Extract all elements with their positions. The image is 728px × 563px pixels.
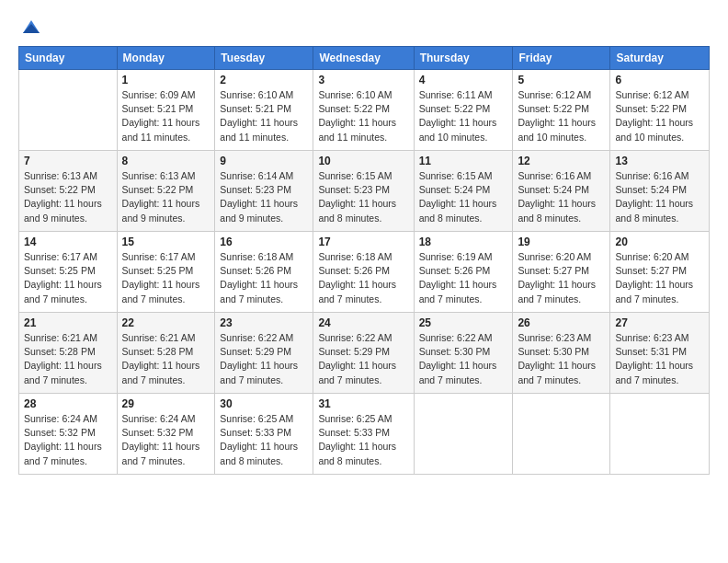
day-info: Sunrise: 6:25 AMSunset: 5:33 PMDaylight:… bbox=[220, 412, 308, 468]
day-number: 17 bbox=[318, 236, 408, 248]
day-number: 1 bbox=[122, 74, 210, 86]
page: SundayMondayTuesdayWednesdayThursdayFrid… bbox=[0, 0, 728, 563]
day-number: 9 bbox=[220, 155, 308, 167]
calendar-week-row: 28Sunrise: 6:24 AMSunset: 5:32 PMDayligh… bbox=[19, 394, 710, 475]
day-info: Sunrise: 6:16 AMSunset: 5:24 PMDaylight:… bbox=[518, 169, 605, 225]
day-number: 6 bbox=[615, 74, 704, 86]
calendar-cell: 8Sunrise: 6:13 AMSunset: 5:22 PMDaylight… bbox=[117, 151, 215, 232]
day-info: Sunrise: 6:11 AMSunset: 5:22 PMDaylight:… bbox=[419, 88, 508, 144]
day-number: 14 bbox=[24, 236, 112, 248]
day-number: 27 bbox=[615, 316, 704, 329]
day-info: Sunrise: 6:22 AMSunset: 5:29 PMDaylight:… bbox=[220, 331, 308, 387]
calendar-week-row: 21Sunrise: 6:21 AMSunset: 5:28 PMDayligh… bbox=[19, 313, 710, 394]
day-of-week-header: Saturday bbox=[610, 47, 710, 70]
calendar-cell: 26Sunrise: 6:23 AMSunset: 5:30 PMDayligh… bbox=[513, 313, 610, 394]
calendar-cell: 15Sunrise: 6:17 AMSunset: 5:25 PMDayligh… bbox=[117, 232, 215, 313]
day-number: 31 bbox=[318, 397, 408, 410]
header bbox=[18, 17, 710, 37]
calendar: SundayMondayTuesdayWednesdayThursdayFrid… bbox=[18, 46, 710, 475]
day-of-week-header: Tuesday bbox=[215, 47, 313, 70]
day-number: 20 bbox=[615, 236, 704, 248]
day-info: Sunrise: 6:22 AMSunset: 5:29 PMDaylight:… bbox=[318, 331, 408, 387]
day-info: Sunrise: 6:13 AMSunset: 5:22 PMDaylight:… bbox=[122, 169, 210, 225]
day-info: Sunrise: 6:15 AMSunset: 5:24 PMDaylight:… bbox=[419, 169, 508, 225]
calendar-cell bbox=[513, 394, 610, 475]
calendar-cell: 22Sunrise: 6:21 AMSunset: 5:28 PMDayligh… bbox=[117, 313, 215, 394]
calendar-week-row: 14Sunrise: 6:17 AMSunset: 5:25 PMDayligh… bbox=[19, 232, 710, 313]
calendar-cell: 21Sunrise: 6:21 AMSunset: 5:28 PMDayligh… bbox=[19, 313, 118, 394]
day-number: 18 bbox=[419, 236, 508, 248]
calendar-cell: 4Sunrise: 6:11 AMSunset: 5:22 PMDaylight… bbox=[414, 70, 513, 151]
calendar-cell: 12Sunrise: 6:16 AMSunset: 5:24 PMDayligh… bbox=[513, 151, 610, 232]
calendar-cell: 1Sunrise: 6:09 AMSunset: 5:21 PMDaylight… bbox=[117, 70, 215, 151]
calendar-cell: 23Sunrise: 6:22 AMSunset: 5:29 PMDayligh… bbox=[215, 313, 313, 394]
day-number: 10 bbox=[318, 155, 408, 167]
day-number: 13 bbox=[615, 155, 704, 167]
day-info: Sunrise: 6:09 AMSunset: 5:21 PMDaylight:… bbox=[122, 88, 210, 144]
day-info: Sunrise: 6:12 AMSunset: 5:22 PMDaylight:… bbox=[518, 88, 605, 144]
calendar-week-row: 1Sunrise: 6:09 AMSunset: 5:21 PMDaylight… bbox=[19, 70, 710, 151]
day-number: 30 bbox=[220, 397, 308, 410]
day-number: 28 bbox=[24, 397, 112, 410]
day-number: 19 bbox=[518, 236, 605, 248]
calendar-cell: 18Sunrise: 6:19 AMSunset: 5:26 PMDayligh… bbox=[414, 232, 513, 313]
day-info: Sunrise: 6:15 AMSunset: 5:23 PMDaylight:… bbox=[318, 169, 408, 225]
day-number: 29 bbox=[122, 397, 210, 410]
calendar-cell: 5Sunrise: 6:12 AMSunset: 5:22 PMDaylight… bbox=[513, 70, 610, 151]
day-number: 12 bbox=[518, 155, 605, 167]
day-info: Sunrise: 6:10 AMSunset: 5:21 PMDaylight:… bbox=[220, 88, 308, 144]
day-info: Sunrise: 6:18 AMSunset: 5:26 PMDaylight:… bbox=[220, 250, 308, 306]
day-of-week-header: Thursday bbox=[414, 47, 513, 70]
day-number: 3 bbox=[318, 74, 408, 86]
day-of-week-header: Monday bbox=[117, 47, 215, 70]
day-info: Sunrise: 6:25 AMSunset: 5:33 PMDaylight:… bbox=[318, 412, 408, 468]
day-info: Sunrise: 6:20 AMSunset: 5:27 PMDaylight:… bbox=[518, 250, 605, 306]
day-number: 23 bbox=[220, 316, 308, 329]
calendar-cell: 19Sunrise: 6:20 AMSunset: 5:27 PMDayligh… bbox=[513, 232, 610, 313]
day-of-week-header: Wednesday bbox=[313, 47, 414, 70]
day-number: 5 bbox=[518, 74, 605, 86]
day-info: Sunrise: 6:10 AMSunset: 5:22 PMDaylight:… bbox=[318, 88, 408, 144]
calendar-cell bbox=[414, 394, 513, 475]
calendar-cell: 10Sunrise: 6:15 AMSunset: 5:23 PMDayligh… bbox=[313, 151, 414, 232]
day-info: Sunrise: 6:24 AMSunset: 5:32 PMDaylight:… bbox=[24, 412, 112, 468]
calendar-cell: 20Sunrise: 6:20 AMSunset: 5:27 PMDayligh… bbox=[610, 232, 710, 313]
day-info: Sunrise: 6:14 AMSunset: 5:23 PMDaylight:… bbox=[220, 169, 308, 225]
calendar-cell: 28Sunrise: 6:24 AMSunset: 5:32 PMDayligh… bbox=[19, 394, 118, 475]
calendar-cell bbox=[610, 394, 710, 475]
day-info: Sunrise: 6:23 AMSunset: 5:30 PMDaylight:… bbox=[518, 331, 605, 387]
calendar-header-row: SundayMondayTuesdayWednesdayThursdayFrid… bbox=[19, 47, 710, 70]
calendar-cell bbox=[19, 70, 118, 151]
day-info: Sunrise: 6:18 AMSunset: 5:26 PMDaylight:… bbox=[318, 250, 408, 306]
day-info: Sunrise: 6:24 AMSunset: 5:32 PMDaylight:… bbox=[122, 412, 210, 468]
calendar-cell: 17Sunrise: 6:18 AMSunset: 5:26 PMDayligh… bbox=[313, 232, 414, 313]
calendar-cell: 13Sunrise: 6:16 AMSunset: 5:24 PMDayligh… bbox=[610, 151, 710, 232]
day-info: Sunrise: 6:17 AMSunset: 5:25 PMDaylight:… bbox=[122, 250, 210, 306]
calendar-cell: 27Sunrise: 6:23 AMSunset: 5:31 PMDayligh… bbox=[610, 313, 710, 394]
day-of-week-header: Friday bbox=[513, 47, 610, 70]
calendar-cell: 9Sunrise: 6:14 AMSunset: 5:23 PMDaylight… bbox=[215, 151, 313, 232]
day-number: 15 bbox=[122, 236, 210, 248]
calendar-cell: 25Sunrise: 6:22 AMSunset: 5:30 PMDayligh… bbox=[414, 313, 513, 394]
day-info: Sunrise: 6:17 AMSunset: 5:25 PMDaylight:… bbox=[24, 250, 112, 306]
day-number: 25 bbox=[419, 316, 508, 329]
calendar-cell: 29Sunrise: 6:24 AMSunset: 5:32 PMDayligh… bbox=[117, 394, 215, 475]
calendar-cell: 31Sunrise: 6:25 AMSunset: 5:33 PMDayligh… bbox=[313, 394, 414, 475]
day-number: 24 bbox=[318, 316, 408, 329]
day-number: 8 bbox=[122, 155, 210, 167]
calendar-cell: 24Sunrise: 6:22 AMSunset: 5:29 PMDayligh… bbox=[313, 313, 414, 394]
calendar-cell: 3Sunrise: 6:10 AMSunset: 5:22 PMDaylight… bbox=[313, 70, 414, 151]
day-info: Sunrise: 6:13 AMSunset: 5:22 PMDaylight:… bbox=[24, 169, 112, 225]
calendar-cell: 7Sunrise: 6:13 AMSunset: 5:22 PMDaylight… bbox=[19, 151, 118, 232]
day-number: 26 bbox=[518, 316, 605, 329]
day-info: Sunrise: 6:23 AMSunset: 5:31 PMDaylight:… bbox=[615, 331, 704, 387]
day-info: Sunrise: 6:21 AMSunset: 5:28 PMDaylight:… bbox=[122, 331, 210, 387]
day-of-week-header: Sunday bbox=[19, 47, 118, 70]
logo-icon bbox=[21, 17, 41, 37]
logo bbox=[18, 17, 41, 37]
calendar-cell: 2Sunrise: 6:10 AMSunset: 5:21 PMDaylight… bbox=[215, 70, 313, 151]
calendar-cell: 6Sunrise: 6:12 AMSunset: 5:22 PMDaylight… bbox=[610, 70, 710, 151]
calendar-cell: 16Sunrise: 6:18 AMSunset: 5:26 PMDayligh… bbox=[215, 232, 313, 313]
day-number: 4 bbox=[419, 74, 508, 86]
calendar-cell: 14Sunrise: 6:17 AMSunset: 5:25 PMDayligh… bbox=[19, 232, 118, 313]
